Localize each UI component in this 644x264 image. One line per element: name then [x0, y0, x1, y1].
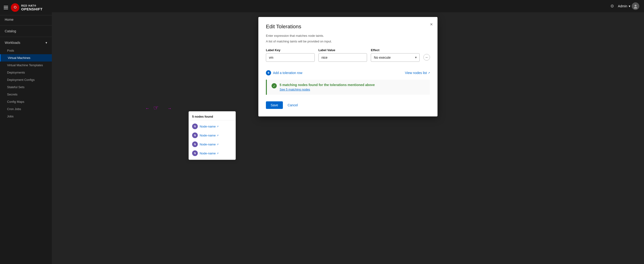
sidebar-item-workloads[interactable]: Workloads ▾	[0, 38, 52, 47]
svg-point-1	[634, 5, 636, 6]
node-name-3: Node-name ↗	[200, 152, 218, 155]
node-name-1: Node-name ↗	[200, 134, 218, 137]
user-label: Admin	[618, 4, 627, 8]
close-button[interactable]: ×	[430, 22, 433, 27]
node-name-0: Node-name ↗	[200, 125, 218, 128]
view-nodes-row: View nodes list ↗	[405, 71, 430, 75]
effect-label: Effect	[371, 48, 420, 52]
node-avatar-3: N	[192, 150, 198, 156]
sidebar-item-home[interactable]: Home	[0, 15, 52, 24]
effect-select-wrap: No execute No schedule Prefer no schedul…	[371, 53, 420, 62]
effect-group: Effect No execute No schedule Prefer no …	[371, 48, 420, 62]
modal-description-line2: A list of matching taints will be provid…	[266, 39, 430, 44]
external-link-icon-3: ↗	[217, 152, 218, 155]
banner-content: 5 matching nodes found for the toleratio…	[280, 83, 425, 92]
nodes-banner: ✓ 5 matching nodes found for the tolerat…	[266, 80, 430, 95]
user-chevron-icon: ▾	[629, 4, 630, 8]
view-nodes-label: View nodes list	[405, 71, 427, 75]
label-key-label: Label Key	[266, 48, 315, 52]
node-avatar-2: N	[192, 142, 198, 147]
label-key-group: Label Key	[266, 48, 315, 62]
settings-icon[interactable]: ⚙	[610, 4, 614, 9]
main-area: ⚙ Admin ▾ × Edit Tolerations Enter expre…	[52, 0, 644, 264]
add-icon: +	[266, 70, 271, 76]
label-value-group: Label Value	[318, 48, 367, 62]
node-name-2: Node-name ↗	[200, 142, 218, 146]
sidebar-item-deployments[interactable]: Deployments	[0, 69, 52, 76]
logo-text: RED HAT® OPENSHIFT	[21, 4, 42, 11]
view-nodes-link[interactable]: View nodes list ↗	[405, 71, 430, 75]
cursor-indicator: ☞	[152, 104, 159, 112]
label-value-input[interactable]	[318, 53, 367, 62]
sidebar-header: RED HAT® OPENSHIFT	[0, 0, 52, 15]
cancel-button[interactable]: Cancel	[287, 101, 299, 109]
nodes-popup: 5 nodes found N Node-name ↗ N Node-name …	[188, 111, 236, 160]
popup-node-item-0[interactable]: N Node-name ↗	[189, 122, 236, 131]
remove-icon: –	[426, 55, 428, 60]
logo-area: RED HAT® OPENSHIFT	[11, 3, 42, 12]
popup-title: 5 nodes found	[189, 115, 236, 120]
topbar: ⚙ Admin ▾	[52, 0, 644, 12]
avatar	[632, 2, 639, 10]
hamburger-menu[interactable]	[4, 6, 8, 9]
node-avatar-0: N	[192, 124, 198, 129]
see-matching-nodes-link[interactable]: See 5 matching nodes	[280, 88, 310, 91]
sidebar-item-virtual-machines[interactable]: Virtual Machines	[0, 54, 52, 62]
modal-footer: Save Cancel	[266, 101, 430, 109]
add-row-label: Add a toleration row	[273, 71, 302, 75]
cursor-arrow-right: →	[167, 106, 172, 111]
sidebar-item-catalog[interactable]: Catalog	[0, 27, 52, 35]
svg-point-2	[634, 7, 637, 8]
popup-node-item-3[interactable]: N Node-name ↗	[189, 149, 236, 158]
external-link-icon: ↗	[428, 72, 430, 74]
external-link-icon-0: ↗	[217, 125, 218, 128]
sidebar-item-config-maps[interactable]: Config Maps	[0, 98, 52, 105]
remove-row-button[interactable]: –	[423, 54, 430, 60]
sidebar-item-deployment-configs[interactable]: Deployment Configs	[0, 76, 52, 84]
save-button[interactable]: Save	[266, 101, 283, 109]
popup-node-item-1[interactable]: N Node-name ↗	[189, 131, 236, 140]
effect-select[interactable]: No execute No schedule Prefer no schedul…	[371, 53, 420, 62]
label-value-label: Label Value	[318, 48, 367, 52]
modal-title: Edit Tolerations	[266, 24, 430, 30]
sidebar-item-pods[interactable]: Pods	[0, 47, 52, 54]
form-row: Label Key Label Value Effect No execute …	[266, 48, 430, 62]
sidebar-item-cron-jobs[interactable]: Cron Jobs	[0, 105, 52, 113]
node-avatar-1: N	[192, 132, 198, 138]
sidebar-item-jobs[interactable]: Jobs	[0, 113, 52, 120]
modal-overlay: × Edit Tolerations Enter expression that…	[52, 12, 644, 264]
sidebar: RED HAT® OPENSHIFT Home Catalog Workload…	[0, 0, 52, 264]
external-link-icon-1: ↗	[217, 134, 218, 137]
redhat-logo	[11, 3, 19, 12]
edit-tolerations-modal: × Edit Tolerations Enter expression that…	[258, 17, 438, 116]
modal-description-line1: Enter expression that matches node taint…	[266, 34, 430, 38]
label-key-input[interactable]	[266, 53, 315, 62]
add-toleration-row-button[interactable]: + Add a toleration row	[266, 70, 302, 76]
sidebar-item-virtual-machine-templates[interactable]: Virtual Machine Templates	[0, 62, 52, 69]
sidebar-item-secrets[interactable]: Secrets	[0, 91, 52, 98]
check-icon: ✓	[272, 83, 277, 88]
popup-node-item-2[interactable]: N Node-name ↗	[189, 140, 236, 149]
external-link-icon-2: ↗	[217, 143, 218, 146]
banner-title: 5 matching nodes found for the toleratio…	[280, 83, 425, 87]
cursor-arrow-left: ←	[145, 106, 150, 111]
user-menu[interactable]: Admin ▾	[618, 2, 639, 10]
sidebar-item-stateful-sets[interactable]: Stateful Sets	[0, 84, 52, 91]
